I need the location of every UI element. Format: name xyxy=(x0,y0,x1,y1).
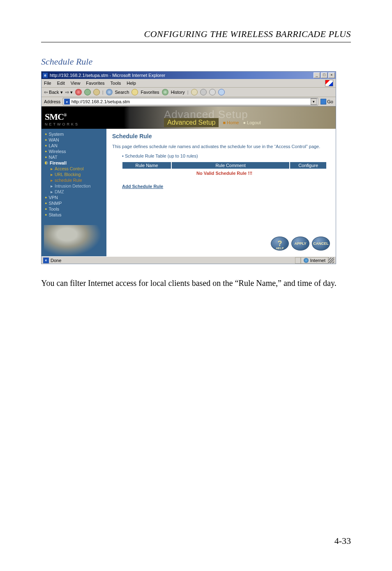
smc-logo: SMC® xyxy=(45,111,103,122)
address-dropdown-icon[interactable]: ▾ xyxy=(311,98,317,105)
address-input-wrap[interactable]: e ▾ xyxy=(63,98,318,105)
section-subheading: Schedule Rule xyxy=(41,56,351,67)
favorites-label[interactable]: Favorites xyxy=(141,90,159,95)
page-description: This page defines schedule rule names an… xyxy=(112,144,330,149)
browser-window: e http://192.168.2.1/setupa.stm - Micros… xyxy=(41,71,336,264)
print-icon[interactable] xyxy=(200,89,207,95)
sidebar-item-tools[interactable]: ●Tools xyxy=(42,206,106,212)
menu-file[interactable]: File xyxy=(44,81,51,86)
add-schedule-rule-link[interactable]: Add Schedule Rule xyxy=(122,184,163,189)
search-icon[interactable] xyxy=(106,89,113,95)
help-button[interactable]: ? HELP xyxy=(271,237,289,251)
resize-grip-icon[interactable] xyxy=(328,258,334,263)
menu-tools[interactable]: Tools xyxy=(111,81,121,86)
sidebar-item-url-blocking[interactable]: ▸URL Blocking xyxy=(42,172,106,177)
networks-label: Networks xyxy=(45,122,103,126)
page-banner: SMC® Networks Advanced Setup Advanced Se… xyxy=(42,107,336,129)
home-icon[interactable] xyxy=(93,89,100,95)
logout-bullet-icon: ● xyxy=(243,120,246,125)
stop-icon[interactable] xyxy=(75,89,82,95)
mail-icon[interactable] xyxy=(191,89,198,95)
go-button[interactable]: Go xyxy=(321,99,333,104)
header-rule xyxy=(41,42,351,42)
address-input[interactable] xyxy=(71,99,311,104)
no-valid-message: No Valid Schedule Rule !!! xyxy=(122,169,327,177)
sidebar-item-wan[interactable]: ●WAN xyxy=(42,137,106,143)
ie-page-icon: e xyxy=(64,99,69,104)
menu-help[interactable]: Help xyxy=(127,81,136,86)
sidebar-item-access-control[interactable]: ▸Access Control xyxy=(42,166,106,172)
status-bar: e Done Internet xyxy=(42,256,336,264)
maximize-button[interactable]: □ xyxy=(321,72,327,78)
page-title: Schedule Rule xyxy=(112,133,330,139)
window-title: http://192.168.2.1/setupa.stm - Microsof… xyxy=(50,73,314,78)
rule-table-header: Rule Name Rule Comment Configure xyxy=(122,162,327,169)
col-rule-name: Rule Name xyxy=(122,162,171,169)
done-icon: e xyxy=(43,258,49,263)
ie-icon: e xyxy=(42,72,48,78)
advanced-setup-badge: Advanced Setup xyxy=(164,118,219,127)
sidebar-item-system[interactable]: ●System xyxy=(42,131,106,137)
search-label[interactable]: Search xyxy=(115,90,129,95)
col-configure: Configure xyxy=(290,162,327,169)
home-bullet-icon: ■ xyxy=(223,120,226,125)
sidebar-item-schedule-rule[interactable]: ▸schedule Rule xyxy=(42,177,106,183)
favorites-icon[interactable] xyxy=(131,89,138,95)
close-button[interactable]: × xyxy=(328,72,335,78)
sidebar-item-snmp[interactable]: ●SNMP xyxy=(42,200,106,206)
col-rule-comment: Rule Comment xyxy=(171,162,290,169)
sidebar-item-dmz[interactable]: ▸DMZ xyxy=(42,189,106,195)
status-done: Done xyxy=(51,258,61,263)
toolbar: ⇦ Back ▾ ⇨ ▾ | Search Favorites History … xyxy=(42,88,336,97)
status-empty-pane xyxy=(295,257,301,264)
globe-icon xyxy=(304,258,309,263)
forward-button[interactable]: ⇨ ▾ xyxy=(65,90,73,95)
menu-favorites[interactable]: Favorites xyxy=(86,81,104,86)
word-icon[interactable] xyxy=(218,89,225,95)
document-header: CONFIGURING THE WIRELESS BARRICADE PLUS xyxy=(41,29,351,39)
sidebar-item-wireless[interactable]: ●Wireless xyxy=(42,149,106,154)
window-titlebar: e http://192.168.2.1/setupa.stm - Micros… xyxy=(42,72,336,79)
main-content: Schedule Rule This page defines schedule… xyxy=(106,129,336,256)
sidebar-item-lan[interactable]: ●LAN xyxy=(42,143,106,149)
table-caption: • Schedule Rule Table (up to 10 rules) xyxy=(122,153,330,158)
home-link[interactable]: ■ Home xyxy=(223,120,239,125)
page-number: 4-33 xyxy=(334,536,351,546)
menu-edit[interactable]: Edit xyxy=(57,81,65,86)
sidebar-person-image xyxy=(44,225,101,256)
apply-button[interactable]: APPLY xyxy=(291,237,309,251)
sidebar-item-firewall[interactable]: Firewall xyxy=(42,160,106,166)
body-paragraph: You can filter Internet access for local… xyxy=(41,276,351,290)
address-bar: Address e ▾ Go xyxy=(42,97,336,107)
menu-view[interactable]: View xyxy=(71,81,81,86)
sidebar: ●System ●WAN ●LAN ●Wireless ●NAT Firewal… xyxy=(42,129,106,256)
sidebar-item-status[interactable]: ●Status xyxy=(42,212,106,218)
sidebar-item-nat[interactable]: ●NAT xyxy=(42,154,106,160)
half-bullet-icon xyxy=(45,161,48,165)
menu-bar: File Edit View Favorites Tools Help xyxy=(42,79,336,88)
refresh-icon[interactable] xyxy=(84,89,91,95)
sidebar-item-intrusion[interactable]: ▸Intrusion Detection xyxy=(42,183,106,189)
edit-icon[interactable] xyxy=(209,89,216,95)
go-icon xyxy=(321,99,326,104)
windows-flag-icon xyxy=(325,80,333,86)
sidebar-item-vpn[interactable]: ●VPN xyxy=(42,195,106,200)
cancel-button[interactable]: CANCEL xyxy=(312,237,330,251)
history-icon[interactable] xyxy=(162,89,168,95)
minimize-button[interactable]: _ xyxy=(314,72,320,78)
history-label[interactable]: History xyxy=(171,90,185,95)
back-button[interactable]: ⇦ Back ▾ xyxy=(44,90,63,95)
logout-link[interactable]: ● Logout xyxy=(243,120,261,125)
address-label: Address xyxy=(44,99,60,104)
status-zone: Internet xyxy=(301,257,328,264)
